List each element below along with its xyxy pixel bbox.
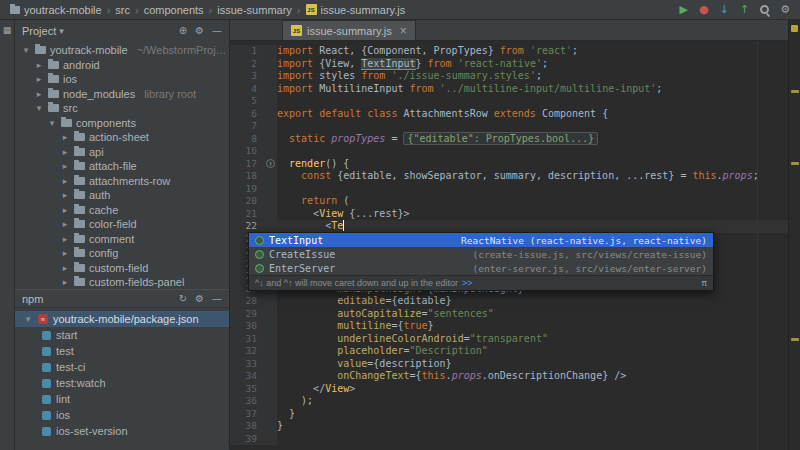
breadcrumb-item[interactable]: src xyxy=(113,4,132,16)
editor-line-35[interactable]: 35 </View> xyxy=(230,383,788,396)
expand-arrow-icon[interactable]: ▸ xyxy=(60,248,70,258)
editor-line-2[interactable]: 2import {View, TextInput} from 'react-na… xyxy=(230,58,788,71)
editor-line-20[interactable]: 20 return ( xyxy=(230,195,788,208)
vcs-commit-icon[interactable]: ↑ xyxy=(740,4,749,15)
refresh-icon[interactable]: ↻ xyxy=(179,293,187,304)
editor-line-17[interactable]: 17↑ render() { xyxy=(230,158,788,171)
warning-mark[interactable] xyxy=(791,162,799,165)
breadcrumb-item[interactable]: components xyxy=(142,4,206,16)
editor-line-5[interactable]: 5 xyxy=(230,95,788,108)
hint-more-link[interactable]: >> xyxy=(462,278,473,288)
expand-arrow-icon[interactable]: ▸ xyxy=(60,176,70,186)
expand-arrow-icon[interactable]: ▸ xyxy=(60,132,70,142)
debug-icon[interactable]: ● xyxy=(699,4,709,15)
completion-item-CreateIssue[interactable]: CreateIssue(create-issue.js, src/views/c… xyxy=(249,247,713,261)
expand-arrow-icon[interactable]: ▾ xyxy=(21,45,31,55)
editor-line-32[interactable]: 32 placeholder="Description" xyxy=(230,345,788,358)
editor-line-1[interactable]: 1import React, {Component, PropTypes} fr… xyxy=(230,45,788,58)
npm-item-lint[interactable]: lint xyxy=(15,391,229,407)
editor-line-28[interactable]: 28 editable={editable} xyxy=(230,295,788,308)
editor-line-31[interactable]: 31 underlineColorAndroid="transparent" xyxy=(230,333,788,346)
settings-gear-icon[interactable]: ⚙ xyxy=(780,4,790,15)
editor-line-34[interactable]: 34 onChangeText={this.props.onDescriptio… xyxy=(230,370,788,383)
editor-line-38[interactable]: 38} xyxy=(230,420,788,433)
editor-line-4[interactable]: 4import MultilineInput from '../multilin… xyxy=(230,83,788,96)
expand-arrow-icon[interactable]: ▸ xyxy=(34,74,44,84)
npm-item-test-watch[interactable]: test:watch xyxy=(15,375,229,391)
tree-item-color-field[interactable]: ▸color-field xyxy=(15,217,229,232)
editor-line-22[interactable]: 22 <Te xyxy=(230,220,788,233)
warning-mark[interactable] xyxy=(791,338,799,341)
tree-item-custom-field[interactable]: ▸custom-field xyxy=(15,261,229,276)
expand-arrow-icon[interactable]: ▾ xyxy=(23,314,33,324)
gear-icon[interactable]: ⚙ xyxy=(195,25,204,36)
breadcrumb-item[interactable]: youtrack-mobile xyxy=(8,4,104,16)
tree-item-auth[interactable]: ▸auth xyxy=(15,188,229,203)
tree-item-ios[interactable]: ▸ios xyxy=(15,72,229,87)
gear-icon[interactable]: ⚙ xyxy=(195,293,204,304)
npm-item-youtrack-mobile-package-json[interactable]: ▾youtrack-mobile/package.json xyxy=(15,311,229,327)
editor-line-37[interactable]: 37 } xyxy=(230,408,788,421)
tree-item-api[interactable]: ▸api xyxy=(15,145,229,160)
hide-panel-icon[interactable]: — xyxy=(212,293,222,304)
expand-arrow-icon[interactable]: ▸ xyxy=(34,89,44,99)
tree-item-node_modules[interactable]: ▸node_moduleslibrary root xyxy=(15,87,229,102)
error-stripe[interactable] xyxy=(788,20,800,450)
expand-arrow-icon[interactable]: ▸ xyxy=(60,219,70,229)
expand-arrow-icon[interactable]: ▸ xyxy=(60,205,70,215)
vcs-update-icon[interactable]: ↓ xyxy=(720,4,729,15)
tab-issue-summary-js[interactable]: JS issue-summary.js × xyxy=(282,20,416,40)
editor-line-8[interactable]: 8 static propTypes = {"editable": PropTy… xyxy=(230,133,788,146)
tree-item-attach-file[interactable]: ▸attach-file xyxy=(15,159,229,174)
run-icon[interactable]: ▶ xyxy=(680,4,688,15)
expand-arrow-icon[interactable]: ▸ xyxy=(60,263,70,273)
editor-line-39[interactable]: 39 xyxy=(230,433,788,446)
editor-line-36[interactable]: 36 ); xyxy=(230,395,788,408)
expand-arrow-icon[interactable]: ▸ xyxy=(60,234,70,244)
editor-line-29[interactable]: 29 autoCapitalize="sentences" xyxy=(230,308,788,321)
expand-arrow-icon[interactable]: ▸ xyxy=(60,190,70,200)
npm-item-start[interactable]: start xyxy=(15,327,229,343)
search-icon[interactable] xyxy=(760,5,769,14)
tree-item-comment[interactable]: ▸comment xyxy=(15,232,229,247)
editor-line-21[interactable]: 21 <View {...rest}> xyxy=(230,208,788,221)
npm-item-test-ci[interactable]: test-ci xyxy=(15,359,229,375)
editor-line-6[interactable]: 6export default class AttachmentsRow ext… xyxy=(230,108,788,121)
code-editor[interactable]: 1import React, {Component, PropTypes} fr… xyxy=(230,41,788,450)
expand-arrow-icon[interactable]: ▸ xyxy=(34,60,44,70)
warning-mark[interactable] xyxy=(791,90,799,93)
tree-item-youtrack-mobile[interactable]: ▾youtrack-mobile~/WebstormProjects/youtr… xyxy=(15,43,229,58)
npm-item-ios-set-version[interactable]: ios-set-version xyxy=(15,423,229,439)
npm-item-test[interactable]: test xyxy=(15,343,229,359)
npm-item-ios[interactable]: ios xyxy=(15,407,229,423)
expand-arrow-icon[interactable]: ▸ xyxy=(60,277,70,287)
inspection-status-icon[interactable] xyxy=(791,25,798,32)
tree-item-action-sheet[interactable]: ▸action-sheet xyxy=(15,130,229,145)
expand-arrow-icon[interactable]: ▾ xyxy=(34,103,44,113)
tree-item-android[interactable]: ▸android xyxy=(15,58,229,73)
expand-arrow-icon[interactable]: ▾ xyxy=(47,118,57,128)
tree-item-custom-fields-panel[interactable]: ▸custom-fields-panel xyxy=(15,275,229,289)
project-tool-button[interactable]: ▦ xyxy=(3,25,12,35)
project-panel-title[interactable]: Project xyxy=(22,25,56,37)
editor-line-7[interactable]: 7 xyxy=(230,120,788,133)
chevron-down-icon[interactable]: ▾ xyxy=(59,26,64,36)
completion-item-EnterServer[interactable]: EnterServer(enter-server.js, src/views/e… xyxy=(249,261,713,275)
tree-item-config[interactable]: ▸config xyxy=(15,246,229,261)
editor-line-30[interactable]: 30 multiline={true} xyxy=(230,320,788,333)
completion-item-TextInput[interactable]: TextInputReactNative (react-native.js, r… xyxy=(249,233,713,247)
editor-line-3[interactable]: 3import styles from './issue-summary.sty… xyxy=(230,70,788,83)
breadcrumb-item[interactable]: issue-summary xyxy=(215,4,294,16)
hide-panel-icon[interactable]: — xyxy=(212,25,222,36)
editor-line-16[interactable]: 16 xyxy=(230,145,788,158)
breadcrumb-item[interactable]: JSissue-summary.js xyxy=(304,4,408,16)
tree-item-cache[interactable]: ▸cache xyxy=(15,203,229,218)
editor-line-19[interactable]: 19 xyxy=(230,183,788,196)
tree-item-src[interactable]: ▾src xyxy=(15,101,229,116)
locate-icon[interactable]: ⊕ xyxy=(179,25,187,36)
expand-arrow-icon[interactable]: ▸ xyxy=(60,161,70,171)
tree-item-attachments-row[interactable]: ▸attachments-row xyxy=(15,174,229,189)
editor-line-18[interactable]: 18 const {editable, showSeparator, summa… xyxy=(230,170,788,183)
expand-arrow-icon[interactable]: ▸ xyxy=(60,147,70,157)
close-icon[interactable]: × xyxy=(400,25,407,37)
